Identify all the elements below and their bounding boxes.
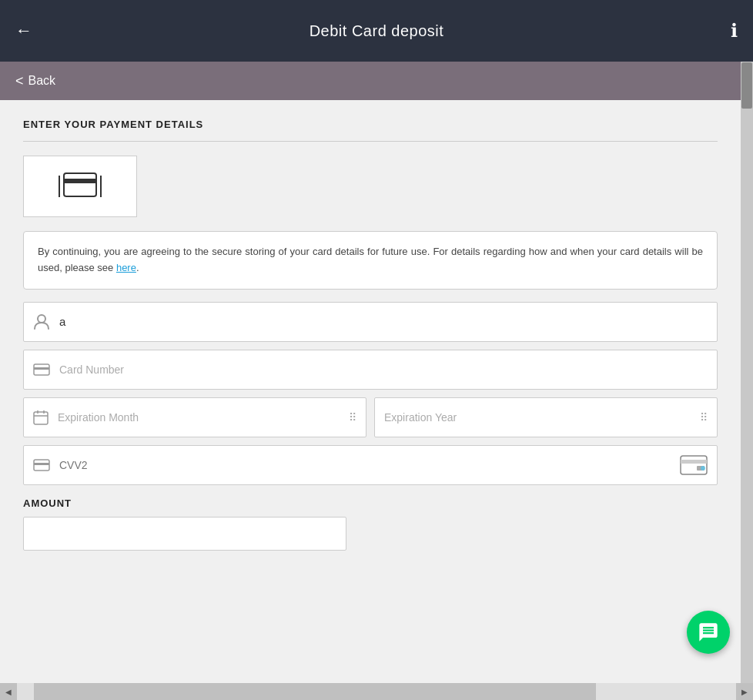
horizontal-scrollbar[interactable]: ◀ ▶ — [0, 683, 753, 700]
chevron-left-icon: < — [15, 73, 24, 89]
main-content: ENTER YOUR PAYMENT DETAILS By continuing… — [0, 100, 741, 700]
svg-rect-12 — [681, 460, 707, 464]
text-cursor-right — [100, 176, 102, 197]
cvv2-input[interactable] — [59, 459, 671, 471]
expiration-year-input[interactable] — [384, 411, 691, 424]
card-number-field — [23, 350, 718, 390]
svg-rect-1 — [64, 179, 96, 183]
divider-top — [23, 141, 718, 142]
scroll-left-button[interactable]: ◀ — [0, 683, 17, 700]
svg-rect-10 — [34, 463, 49, 465]
chat-icon — [698, 621, 719, 643]
svg-point-2 — [38, 315, 45, 323]
amount-field-partial[interactable] — [23, 517, 346, 551]
scroll-thumb[interactable] — [741, 62, 752, 109]
expiration-month-input[interactable] — [58, 411, 340, 424]
header: ← Debit Card deposit ℹ — [0, 0, 753, 62]
consent-link[interactable]: here — [116, 262, 136, 273]
svg-rect-5 — [34, 412, 48, 424]
cvv2-field — [23, 445, 718, 485]
vertical-scrollbar[interactable] — [741, 62, 753, 693]
card-input-inner — [59, 172, 102, 200]
grid-icon-year: ⠿ — [700, 411, 708, 424]
text-cursor — [59, 176, 60, 197]
back-label: Back — [28, 74, 56, 88]
cvv-card-icon — [33, 459, 50, 471]
back-arrow-icon: ← — [15, 21, 32, 41]
info-icon: ℹ — [731, 20, 738, 41]
header-back-button[interactable]: ← — [15, 21, 32, 41]
expiration-month-field: ⠿ — [23, 397, 366, 437]
cardholder-name-input[interactable] — [59, 315, 708, 328]
cvv2-hint-icon — [680, 455, 708, 475]
card-icon — [63, 172, 97, 200]
grid-icon-month: ⠿ — [349, 411, 356, 424]
svg-rect-4 — [34, 367, 49, 370]
expiration-year-field: ⠿ — [374, 397, 718, 437]
chat-fab-button[interactable] — [687, 611, 730, 654]
calendar-icon — [33, 410, 49, 425]
consent-text-after: . — [136, 262, 139, 273]
svg-rect-11 — [681, 456, 707, 474]
card-input-box[interactable] — [23, 156, 137, 217]
scroll-right-button[interactable]: ▶ — [736, 683, 753, 700]
header-title: Debit Card deposit — [310, 22, 444, 40]
card-number-icon — [33, 363, 50, 376]
sub-header[interactable]: < Back — [0, 62, 753, 100]
consent-box: By continuing, you are agreeing to the s… — [23, 231, 718, 290]
cardholder-name-field — [23, 302, 718, 342]
amount-title: AMOUNT — [23, 497, 718, 509]
back-nav[interactable]: < Back — [15, 73, 55, 89]
expiry-row: ⠿ ⠿ — [23, 397, 718, 437]
svg-point-14 — [701, 466, 705, 471]
card-number-input[interactable] — [59, 363, 708, 376]
payment-details-title: ENTER YOUR PAYMENT DETAILS — [23, 119, 718, 130]
header-info-button[interactable]: ℹ — [731, 20, 738, 42]
person-icon — [33, 313, 50, 330]
scroll-thumb-horizontal[interactable] — [34, 683, 596, 700]
svg-rect-0 — [64, 173, 96, 196]
scroll-track[interactable] — [34, 683, 736, 700]
